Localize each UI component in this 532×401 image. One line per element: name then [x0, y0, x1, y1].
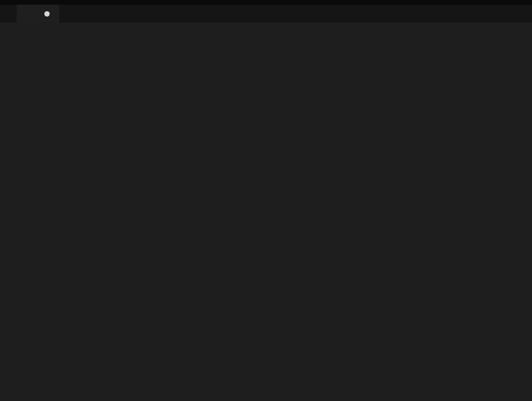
code-editor[interactable] — [0, 22, 532, 401]
tab-useRowActions[interactable] — [17, 5, 59, 22]
tab-bar — [0, 5, 532, 22]
window-top-border — [0, 0, 532, 5]
vscode-window — [0, 0, 532, 401]
modified-indicator-icon[interactable] — [44, 11, 50, 17]
